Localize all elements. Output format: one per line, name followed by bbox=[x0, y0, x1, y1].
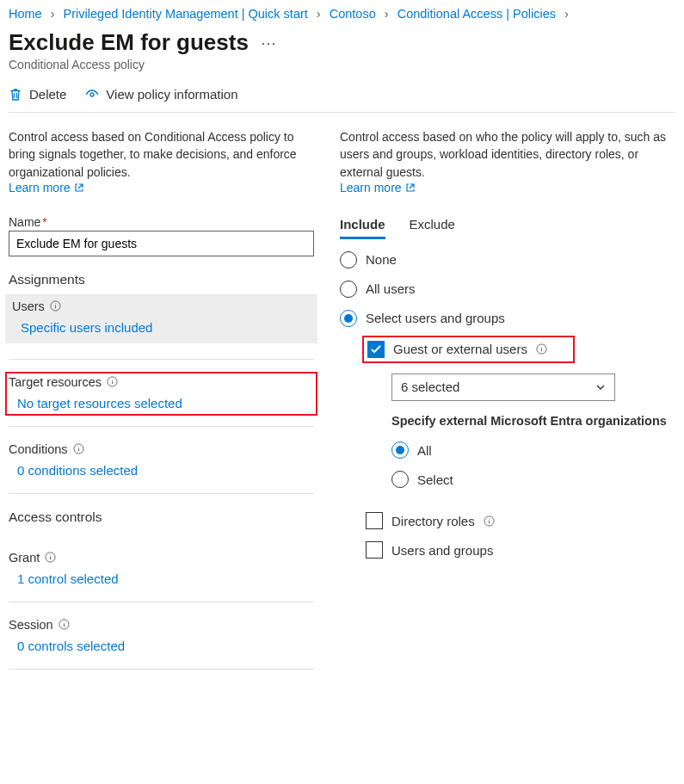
conditions-label: Conditions bbox=[9, 442, 68, 456]
chevron-right-icon: › bbox=[51, 7, 55, 21]
breadcrumb-pim[interactable]: Privileged Identity Management | Quick s… bbox=[64, 7, 308, 21]
guest-external-highlight: Guest or external users bbox=[362, 336, 575, 363]
conditions-value[interactable]: 0 conditions selected bbox=[9, 463, 314, 478]
info-icon[interactable] bbox=[59, 619, 70, 630]
breadcrumb-home[interactable]: Home bbox=[9, 7, 42, 21]
more-actions-button[interactable]: ⋯ bbox=[261, 34, 276, 52]
info-icon[interactable] bbox=[536, 343, 547, 355]
radio-select-users-groups[interactable] bbox=[340, 310, 357, 327]
radio-all-users[interactable] bbox=[340, 281, 357, 298]
learn-more-text: Learn more bbox=[9, 181, 71, 194]
delete-label: Delete bbox=[29, 87, 66, 102]
checkbox-users-and-groups-label: Users and groups bbox=[391, 543, 493, 558]
radio-all-users-label: All users bbox=[366, 281, 416, 296]
breadcrumb: Home › Privileged Identity Management | … bbox=[9, 7, 675, 21]
checkbox-directory-roles[interactable] bbox=[366, 512, 383, 529]
info-icon[interactable] bbox=[107, 376, 118, 387]
radio-select-users-groups-label: Select users and groups bbox=[366, 311, 505, 325]
policy-name-input[interactable] bbox=[9, 231, 314, 256]
view-policy-info-label: View policy information bbox=[106, 87, 237, 102]
eye-icon bbox=[85, 88, 99, 102]
radio-org-all-label: All bbox=[417, 443, 432, 458]
policy-description: Control access based on Conditional Acce… bbox=[9, 128, 314, 181]
chevron-right-icon: › bbox=[385, 7, 389, 21]
session-value[interactable]: 0 controls selected bbox=[9, 639, 314, 653]
checkbox-users-and-groups[interactable] bbox=[366, 541, 383, 559]
checkbox-guest-external[interactable] bbox=[367, 341, 385, 358]
radio-none-label: None bbox=[366, 252, 397, 267]
info-icon[interactable] bbox=[50, 300, 61, 312]
access-controls-header: Access controls bbox=[9, 509, 314, 525]
breadcrumb-contoso[interactable]: Contoso bbox=[330, 7, 376, 21]
target-resources-value[interactable]: No target resources selected bbox=[9, 396, 314, 411]
assignments-header: Assignments bbox=[9, 272, 314, 287]
dropdown-value: 6 selected bbox=[401, 380, 459, 394]
page-title: Exclude EM for guests bbox=[9, 29, 249, 56]
grant-value[interactable]: 1 control selected bbox=[9, 571, 314, 586]
users-label: Users bbox=[12, 299, 45, 313]
conditions-item[interactable]: Conditions bbox=[9, 442, 314, 456]
chevron-right-icon: › bbox=[317, 7, 321, 21]
checkbox-guest-external-label: Guest or external users bbox=[393, 342, 527, 356]
check-icon bbox=[370, 343, 382, 355]
target-resources-label: Target resources bbox=[9, 375, 102, 389]
checkbox-directory-roles-label: Directory roles bbox=[391, 514, 475, 528]
delete-button[interactable]: Delete bbox=[9, 87, 66, 102]
target-resources-highlight: Target resources No target resources sel… bbox=[5, 372, 317, 416]
specify-org-header: Specify external Microsoft Entra organiz… bbox=[391, 413, 675, 430]
info-icon[interactable] bbox=[73, 443, 84, 454]
radio-org-all[interactable] bbox=[391, 441, 409, 459]
info-icon[interactable] bbox=[45, 552, 56, 563]
guest-types-dropdown[interactable]: 6 selected bbox=[391, 373, 615, 401]
external-link-icon bbox=[405, 182, 416, 193]
radio-org-select[interactable] bbox=[391, 471, 409, 488]
users-value[interactable]: Specific users included bbox=[12, 320, 311, 335]
users-item[interactable]: Users bbox=[12, 299, 311, 313]
info-icon[interactable] bbox=[484, 515, 495, 527]
required-indicator: * bbox=[42, 215, 46, 229]
radio-org-select-label: Select bbox=[417, 472, 453, 487]
grant-label: Grant bbox=[9, 551, 40, 565]
chevron-down-icon bbox=[595, 382, 606, 392]
view-policy-info-button[interactable]: View policy information bbox=[85, 87, 237, 102]
users-learn-more-link[interactable]: Learn more bbox=[340, 181, 416, 194]
session-label: Session bbox=[9, 618, 53, 632]
users-panel-description: Control access based on who the policy w… bbox=[340, 128, 675, 181]
name-field-label: Name* bbox=[9, 215, 314, 229]
breadcrumb-ca-policies[interactable]: Conditional Access | Policies bbox=[397, 7, 556, 21]
trash-icon bbox=[9, 88, 22, 102]
target-resources-item[interactable]: Target resources bbox=[9, 375, 314, 389]
tab-include[interactable]: Include bbox=[340, 217, 385, 239]
learn-more-link[interactable]: Learn more bbox=[9, 181, 84, 194]
chevron-right-icon: › bbox=[564, 7, 569, 21]
external-link-icon bbox=[74, 182, 84, 193]
command-bar: Delete View policy information bbox=[9, 87, 675, 113]
svg-point-0 bbox=[90, 93, 94, 96]
page-subtitle: Conditional Access policy bbox=[9, 58, 675, 71]
tab-exclude[interactable]: Exclude bbox=[410, 217, 455, 239]
session-item[interactable]: Session bbox=[9, 618, 314, 632]
radio-none[interactable] bbox=[340, 251, 357, 269]
learn-more-text: Learn more bbox=[340, 181, 402, 194]
grant-item[interactable]: Grant bbox=[9, 551, 314, 565]
